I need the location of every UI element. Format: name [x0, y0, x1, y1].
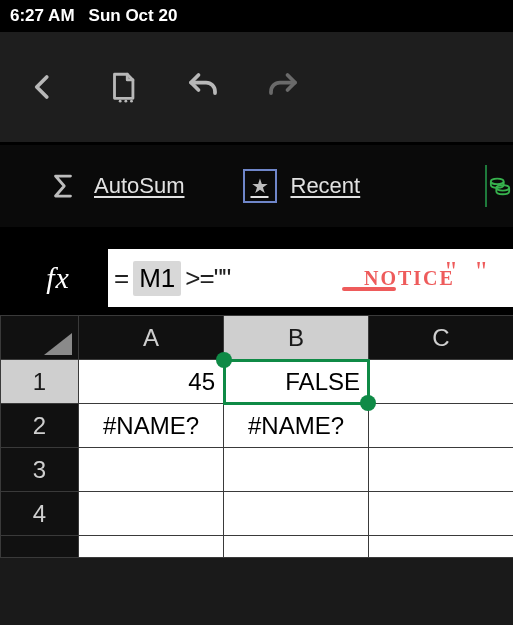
cell-b2[interactable]: #NAME?	[224, 404, 369, 448]
formula-eq: =	[114, 263, 129, 294]
coins-icon	[489, 175, 511, 197]
financial-button-edge[interactable]	[485, 165, 513, 207]
selection-handle-top-left[interactable]	[216, 352, 232, 368]
svg-point-2	[130, 100, 133, 103]
cell-a1[interactable]: 45	[79, 360, 224, 404]
autosum-button[interactable]: AutoSum	[46, 169, 185, 203]
cell-b4[interactable]	[224, 492, 369, 536]
cell-a3[interactable]	[79, 448, 224, 492]
top-toolbar	[0, 32, 513, 142]
cell-a5[interactable]	[79, 536, 224, 558]
cell-b1-value: FALSE	[285, 368, 360, 395]
cell-c1[interactable]	[369, 360, 514, 404]
cell-c3[interactable]	[369, 448, 514, 492]
redo-icon[interactable]	[264, 68, 302, 106]
select-all-corner[interactable]	[1, 316, 79, 360]
annotation-text: NOTICE	[364, 267, 455, 290]
cell-c4[interactable]	[369, 492, 514, 536]
row-header-1[interactable]: 1	[1, 360, 79, 404]
autosum-label: AutoSum	[94, 173, 185, 199]
formula-input[interactable]: = M1 >="" NOTICE " "	[108, 249, 513, 307]
recent-box-icon: ★	[243, 169, 277, 203]
recent-label: Recent	[291, 173, 361, 199]
undo-icon[interactable]	[184, 68, 222, 106]
row-header-4[interactable]: 4	[1, 492, 79, 536]
cell-b3[interactable]	[224, 448, 369, 492]
status-date: Sun Oct 20	[89, 6, 178, 26]
ribbon: AutoSum ★ Recent	[0, 145, 513, 227]
annotation-underline	[342, 287, 396, 291]
row-header-5[interactable]	[1, 536, 79, 558]
cell-c2[interactable]	[369, 404, 514, 448]
cell-b5[interactable]	[224, 536, 369, 558]
annotation-quotes: " "	[445, 255, 493, 287]
back-icon[interactable]	[24, 68, 62, 106]
col-header-b[interactable]: B	[224, 316, 369, 360]
col-header-c[interactable]: C	[369, 316, 514, 360]
cell-a2[interactable]: #NAME?	[79, 404, 224, 448]
status-bar: 6:27 AM Sun Oct 20	[0, 0, 513, 32]
cell-c5[interactable]	[369, 536, 514, 558]
selection-handle-bottom-right[interactable]	[360, 395, 376, 411]
formula-op: >=""	[185, 263, 230, 294]
formula-ref: M1	[133, 261, 181, 296]
sigma-icon	[46, 169, 80, 203]
svg-point-1	[124, 100, 127, 103]
formula-bar[interactable]: fx = M1 >="" NOTICE " "	[8, 249, 513, 307]
file-menu-icon[interactable]	[104, 68, 142, 106]
spreadsheet-grid[interactable]: A B C 1 45 FALSE 2 #NAME? #NAME? 3 4	[0, 315, 513, 558]
row-header-2[interactable]: 2	[1, 404, 79, 448]
row-header-3[interactable]: 3	[1, 448, 79, 492]
cell-b1[interactable]: FALSE	[224, 360, 369, 404]
cell-a4[interactable]	[79, 492, 224, 536]
svg-point-0	[119, 100, 122, 103]
recent-button[interactable]: ★ Recent	[243, 169, 361, 203]
col-header-a[interactable]: A	[79, 316, 224, 360]
svg-point-3	[491, 179, 504, 185]
star-icon: ★	[251, 176, 269, 196]
status-time: 6:27 AM	[10, 6, 75, 26]
fx-icon[interactable]: fx	[8, 249, 108, 307]
